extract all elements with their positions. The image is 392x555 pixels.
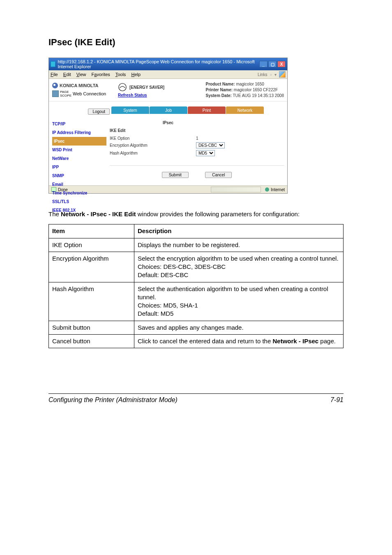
menu-file[interactable]: File <box>51 72 58 77</box>
ie-flag-icon <box>279 71 286 78</box>
cell-desc: Click to cancel the entered data and ret… <box>134 334 343 348</box>
energy-saver-icon <box>118 83 127 92</box>
table-row: Hash Algorithm Select the authentication… <box>49 282 344 321</box>
parameter-table: Item Description IKE Option Displays the… <box>48 224 344 348</box>
logout-button[interactable]: Logout <box>88 109 110 115</box>
page-footer: Configuring the Printer (Administrator M… <box>48 393 344 404</box>
footer-page-number: 7-91 <box>330 396 344 404</box>
ie-icon <box>51 61 55 67</box>
nav-netware[interactable]: NetWare <box>52 154 106 163</box>
cell-item: Hash Algorithm <box>49 282 134 321</box>
nav-snmp[interactable]: SNMP <box>52 171 106 180</box>
konica-minolta-logo: KONICA MINOLTA <box>52 83 99 88</box>
nav-ssl-tls[interactable]: SSL/TLS <box>52 197 106 206</box>
nav-ieee8021x[interactable]: IEEE 802.1X <box>52 206 106 215</box>
encryption-algorithm-select[interactable]: DES-CBC <box>196 142 225 148</box>
menu-help[interactable]: Help <box>131 72 141 77</box>
nav-ipsec[interactable]: IPsec <box>52 137 106 146</box>
table-row: Encryption Algorithm Select the encrypti… <box>49 252 344 282</box>
energy-saver-label: [ENERGY SAVER] <box>129 85 164 90</box>
encryption-algorithm-label: Encryption Algorithm <box>110 143 196 148</box>
menu-tools[interactable]: Tools <box>115 72 126 77</box>
svg-point-0 <box>119 83 126 91</box>
device-info: Product Name: magicolor 1650 Printer Nam… <box>206 81 284 99</box>
nav-email[interactable]: Email <box>52 180 106 189</box>
maximize-button[interactable]: ▢ <box>268 61 277 67</box>
ike-option-value: 1 <box>196 136 198 141</box>
cell-desc: Displays the number to be registered. <box>134 238 343 252</box>
cell-item: Submit button <box>49 321 134 334</box>
nav-wsd-print[interactable]: WSD Print <box>52 146 106 154</box>
cell-item: IKE Option <box>49 238 134 252</box>
table-row: Cancel button Click to cancel the entere… <box>49 334 344 348</box>
links-dropdown-icon[interactable]: ▾ <box>274 72 277 77</box>
submit-button[interactable]: Submit <box>162 172 189 178</box>
panel-title: IKE Edit <box>110 128 284 133</box>
ike-option-label: IKE Option <box>110 136 196 141</box>
nav-tcpip[interactable]: TCP/IP <box>52 120 106 128</box>
sidebar-nav: TCP/IP IP Address Filtering IPsec WSD Pr… <box>52 120 106 215</box>
cell-desc: Saves and applies any changes made. <box>134 321 343 334</box>
hash-algorithm-select[interactable]: MD5 <box>196 150 215 156</box>
links-label[interactable]: Links <box>258 72 267 77</box>
window-controls: _ ▢ X <box>258 61 286 67</box>
col-header-description: Description <box>134 224 343 238</box>
minimize-button[interactable]: _ <box>259 61 267 67</box>
pagescope-icon <box>52 90 59 97</box>
cancel-button[interactable]: Cancel <box>205 172 232 178</box>
main-panel: IKE Edit IKE Option 1 Encryption Algorit… <box>110 128 284 178</box>
cell-item: Cancel button <box>49 334 134 348</box>
table-row: IKE Option Displays the number to be reg… <box>49 238 344 252</box>
col-header-item: Item <box>49 224 134 238</box>
cell-desc: Select the authentication algorithm to b… <box>134 282 343 321</box>
app-header: KONICA MINOLTA PAGESCOPE Web Connection … <box>49 79 287 102</box>
tab-system[interactable]: System <box>111 106 149 114</box>
tab-network[interactable]: Network <box>226 106 264 114</box>
nav-ipp[interactable]: IPP <box>52 163 106 171</box>
pagescope-logo: PAGESCOPE Web Connection <box>52 90 106 97</box>
menu-items: File Edit View Favorites Tools Help <box>51 72 145 77</box>
cell-desc: Select the encryption algorithm to be us… <box>134 252 343 282</box>
menu-edit[interactable]: Edit <box>63 72 71 77</box>
nav-time-sync[interactable]: Time Synchronize <box>52 189 106 197</box>
menubar: File Edit View Favorites Tools Help Link… <box>49 70 287 79</box>
footer-section-title: Configuring the Printer (Administrator M… <box>48 396 178 404</box>
titlebar: http://192.168.1.2 - KONICA MINOLTA Page… <box>49 58 287 70</box>
menu-view[interactable]: View <box>76 72 86 77</box>
menu-favorites[interactable]: Favorites <box>92 72 110 77</box>
section-heading: IPsec (IKE Edit) <box>48 37 344 48</box>
close-button[interactable]: X <box>277 61 286 67</box>
nav-ip-filtering[interactable]: IP Address Filtering <box>52 128 106 137</box>
browser-window: http://192.168.1.2 - KONICA MINOLTA Page… <box>48 58 288 194</box>
window-title: http://192.168.1.2 - KONICA MINOLTA Page… <box>58 59 258 69</box>
tab-print[interactable]: Print <box>188 106 226 114</box>
internet-zone-text: Internet <box>271 187 285 192</box>
table-row: Submit button Saves and applies any chan… <box>49 321 344 334</box>
hash-algorithm-label: Hash Algorithm <box>110 151 196 155</box>
status-progress-zone <box>211 187 261 192</box>
cell-item: Encryption Algorithm <box>49 252 134 282</box>
refresh-status-link[interactable]: Refresh Status <box>118 93 147 97</box>
internet-zone-icon <box>265 187 269 192</box>
tab-job[interactable]: Job <box>150 106 187 114</box>
